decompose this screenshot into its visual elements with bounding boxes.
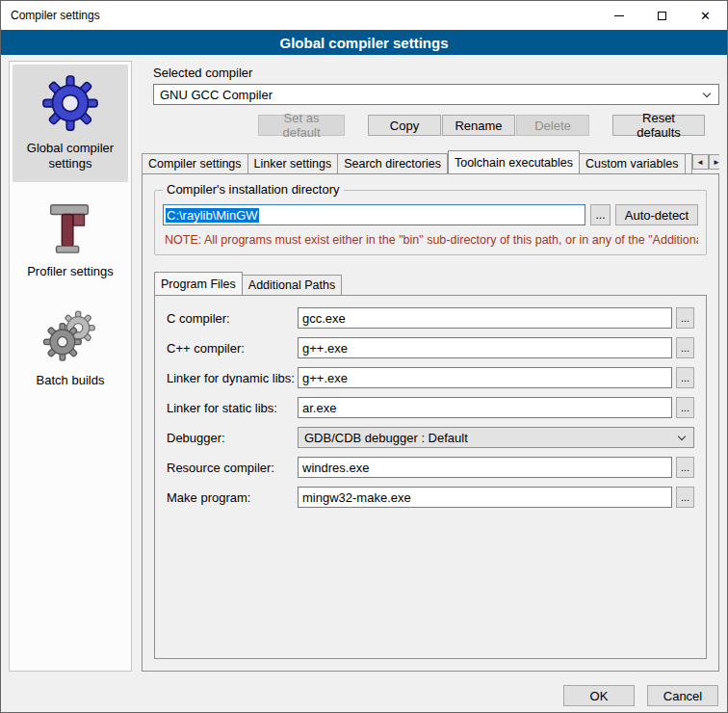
field-row-static-linker: Linker for static libs: ... [167,397,694,418]
make-program-input[interactable] [298,487,672,508]
installation-directory-group: Compiler's installation directory C:\ray… [154,190,707,255]
toolchain-executables-panel: Compiler's installation directory C:\ray… [142,173,719,672]
debugger-value: GDB/CDB debugger : Default [304,431,468,445]
cpp-compiler-input[interactable] [298,337,672,358]
c-compiler-browse-button[interactable]: ... [676,307,694,329]
dynamic-linker-browse-button[interactable]: ... [676,367,694,388]
tab-build-options[interactable]: Build [686,153,692,173]
field-row-resource-compiler: Resource compiler: ... [167,457,694,478]
tab-program-files[interactable]: Program Files [154,272,243,295]
dialog-footer: OK Cancel [1,679,727,712]
field-row-debugger: Debugger: GDB/CDB debugger : Default [167,427,694,448]
installation-directory-value: C:\raylib\MinGW [166,208,259,223]
reset-defaults-button[interactable]: Reset defaults [612,115,705,136]
maximize-icon [658,12,666,20]
debugger-select[interactable]: GDB/CDB debugger : Default [298,427,694,448]
tab-scroll-buttons: ◄ ► [692,154,719,170]
sidebar-item-label: Profiler settings [27,264,114,279]
sidebar-item-batch-builds[interactable]: Batch builds [13,297,128,398]
selected-compiler-value: GNU GCC Compiler [160,88,273,102]
sidebar-item-profiler-settings[interactable]: Profiler settings [13,190,128,289]
window-title: Compiler settings [1,1,597,30]
cpp-compiler-label: C++ compiler: [167,341,298,356]
selected-compiler-select[interactable]: GNU GCC Compiler [153,84,719,105]
static-linker-browse-button[interactable]: ... [676,397,694,418]
tab-search-directories[interactable]: Search directories [338,153,448,173]
close-icon: ✕ [700,10,711,22]
tab-compiler-settings[interactable]: Compiler settings [142,153,248,173]
maximize-button[interactable] [640,1,684,30]
selected-compiler-label: Selected compiler [153,66,719,80]
delete-button[interactable]: Delete [516,115,589,136]
close-button[interactable]: ✕ [684,1,727,30]
chevron-down-icon [702,90,713,100]
main-panel: Selected compiler GNU GCC Compiler Set a… [142,61,719,672]
field-row-cpp-compiler: C++ compiler: ... [167,337,694,358]
browse-install-dir-button[interactable]: ... [590,204,611,225]
compiler-actions: Set as default Copy Rename Delete Reset … [142,115,705,136]
debugger-label: Debugger: [167,431,298,445]
copy-button[interactable]: Copy [368,115,441,136]
minimize-button[interactable] [597,1,640,30]
chevron-down-icon [677,433,688,443]
installation-directory-label: Compiler's installation directory [163,182,344,197]
installation-directory-input[interactable]: C:\raylib\MinGW [163,204,585,225]
field-row-c-compiler: C compiler: ... [167,307,694,329]
static-linker-input[interactable] [298,397,672,418]
sidebar-item-global-compiler-settings[interactable]: Global compiler settings [13,65,128,182]
tab-toolchain-executables[interactable]: Toolchain executables [448,150,580,173]
blue-gear-icon [41,74,99,132]
compiler-settings-window: Compiler settings ✕ Global compiler sett… [0,0,728,713]
sidebar-item-label: Batch builds [37,373,105,388]
make-program-browse-button[interactable]: ... [676,487,694,508]
program-files-tabbar: Program Files Additional Paths [154,271,707,295]
rename-button[interactable]: Rename [442,115,515,136]
sidebar-item-label: Global compiler settings [14,141,126,172]
cpp-compiler-browse-button[interactable]: ... [676,337,694,358]
installation-note: NOTE: All programs must exist either in … [165,233,698,247]
profiler-tool-icon [44,199,96,255]
static-linker-label: Linker for static libs: [167,401,298,415]
dynamic-linker-input[interactable] [298,367,672,388]
tab-scroll-right-button[interactable]: ► [709,154,719,170]
gray-gears-icon [41,306,99,364]
installation-directory-row: C:\raylib\MinGW ... Auto-detect [163,204,698,225]
tab-linker-settings[interactable]: Linker settings [248,153,339,173]
tab-scroll-left-button[interactable]: ◄ [692,154,709,170]
c-compiler-input[interactable] [298,307,672,329]
tab-custom-variables[interactable]: Custom variables [580,153,686,173]
dialog-body: Global compiler settings Profiler settin… [1,55,727,679]
settings-sidebar: Global compiler settings Profiler settin… [9,61,132,672]
titlebar: Compiler settings ✕ [1,1,727,30]
make-program-label: Make program: [167,490,298,505]
dialog-header: Global compiler settings [1,30,727,55]
tab-additional-paths[interactable]: Additional Paths [243,275,342,295]
program-files-panel: C compiler: ... C++ compiler: ... Linker… [154,295,707,659]
autodetect-button[interactable]: Auto-detect [615,204,698,225]
set-as-default-button[interactable]: Set as default [258,115,345,136]
field-row-make-program: Make program: ... [167,487,694,508]
resource-compiler-label: Resource compiler: [167,461,298,475]
ok-button[interactable]: OK [563,685,635,706]
cancel-button[interactable]: Cancel [647,685,718,706]
resource-compiler-input[interactable] [298,457,672,478]
resource-compiler-browse-button[interactable]: ... [676,457,694,478]
settings-tabbar: Compiler settings Linker settings Search… [142,149,719,173]
c-compiler-label: C compiler: [167,311,298,326]
field-row-dynamic-linker: Linker for dynamic libs: ... [167,367,694,388]
minimize-icon [614,15,624,16]
dynamic-linker-label: Linker for dynamic libs: [167,371,298,385]
